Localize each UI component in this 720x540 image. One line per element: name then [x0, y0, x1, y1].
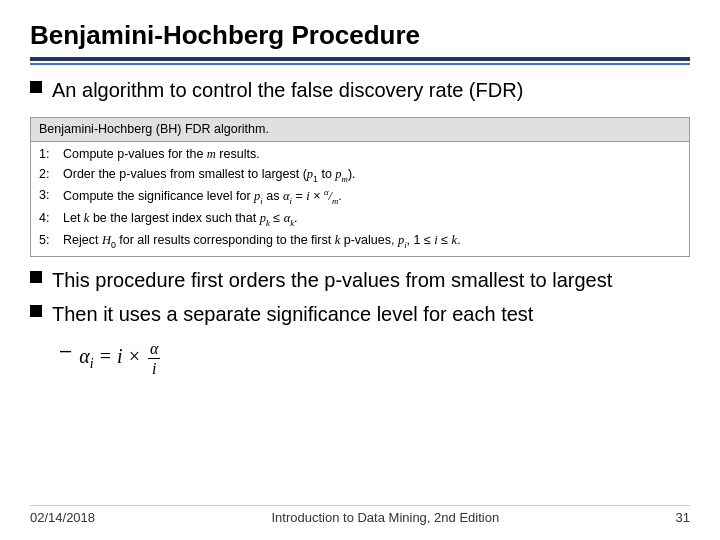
algo-step-3: 3: Compute the significance level for pi… [39, 186, 681, 208]
formula-alpha: αi = i × [79, 345, 141, 367]
bullet-text-3: Then it uses a separate significance lev… [52, 301, 533, 327]
algo-title: Benjamini-Hochberg (BH) FDR algorithm. [31, 118, 689, 142]
slide-title: Benjamini-Hochberg Procedure [30, 20, 690, 51]
algo-step-5: 5: Reject H0 for all results correspondi… [39, 231, 681, 252]
content-area: An algorithm to control the false discov… [30, 77, 690, 505]
bullet-text-2: This procedure first orders the p-values… [52, 267, 612, 293]
step-num-3: 3: [39, 186, 57, 208]
step-desc-4: Let k be the largest index such that pk … [63, 209, 298, 230]
step-desc-2: Order the p-values from smallest to larg… [63, 165, 356, 186]
bullet-square-1 [30, 81, 42, 93]
formula-fraction: α i [148, 339, 160, 378]
footer-date: 02/14/2018 [30, 510, 95, 525]
formula-denominator: i [150, 359, 158, 378]
step-desc-1: Compute p-values for the m results. [63, 145, 260, 164]
bullet-text-1: An algorithm to control the false discov… [52, 77, 523, 103]
bullet-square-2 [30, 271, 42, 283]
footer-course-title: Introduction to Data Mining, 2nd Edition [271, 510, 499, 525]
algo-step-1: 1: Compute p-values for the m results. [39, 145, 681, 164]
footer-page-number: 31 [676, 510, 690, 525]
algo-step-2: 2: Order the p-values from smallest to l… [39, 165, 681, 186]
bullet-item-3: Then it uses a separate significance lev… [30, 301, 690, 327]
slide: Benjamini-Hochberg Procedure An algorith… [0, 0, 720, 540]
step-desc-3: Compute the significance level for pi as… [63, 186, 342, 208]
bullet-item-1: An algorithm to control the false discov… [30, 77, 690, 103]
step-num-5: 5: [39, 231, 57, 252]
algo-body: 1: Compute p-values for the m results. 2… [31, 142, 689, 256]
algo-step-4: 4: Let k be the largest index such that … [39, 209, 681, 230]
algorithm-box: Benjamini-Hochberg (BH) FDR algorithm. 1… [30, 117, 690, 257]
underline-thick [30, 57, 690, 61]
formula-bullet: – αi = i × α i [60, 339, 690, 378]
underline-thin [30, 63, 690, 65]
dash-symbol: – [60, 339, 71, 362]
formula-numerator: α [148, 339, 160, 359]
formula-display: αi = i × α i [79, 339, 162, 378]
step-num-1: 1: [39, 145, 57, 164]
step-desc-5: Reject H0 for all results corresponding … [63, 231, 461, 252]
bullet-item-2: This procedure first orders the p-values… [30, 267, 690, 293]
bullet-square-3 [30, 305, 42, 317]
step-num-2: 2: [39, 165, 57, 186]
step-num-4: 4: [39, 209, 57, 230]
footer: 02/14/2018 Introduction to Data Mining, … [30, 505, 690, 525]
